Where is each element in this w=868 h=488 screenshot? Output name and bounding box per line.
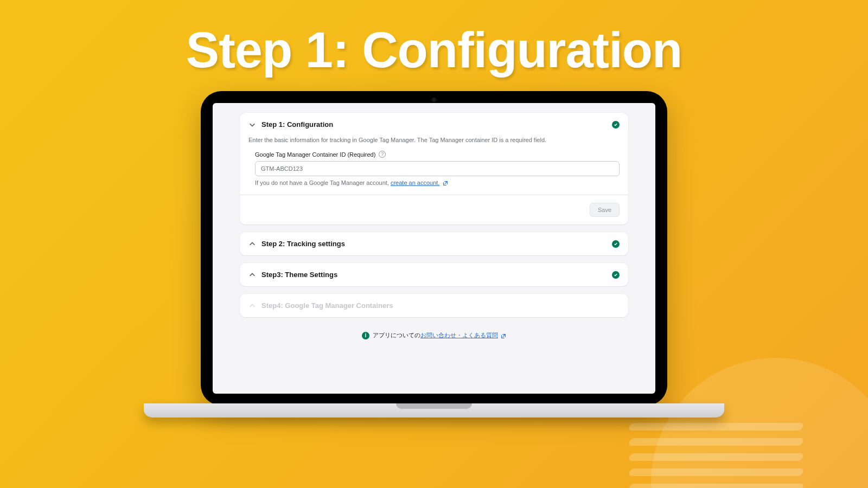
laptop-base [144, 403, 724, 418]
container-id-input[interactable] [255, 161, 620, 176]
step1-description: Enter the basic information for tracking… [240, 136, 628, 151]
chevron-up-icon [248, 240, 256, 248]
step3-header[interactable]: Step3: Theme Settings [240, 263, 628, 286]
check-circle-icon [612, 121, 620, 129]
check-circle-icon [612, 240, 620, 248]
app-viewport: Step 1: Configuration Enter the basic in… [213, 103, 655, 394]
container-id-label: Google Tag Manager Container ID (Require… [255, 151, 375, 158]
footer-faq-link[interactable]: お問い合わせ・よくある質問 [420, 332, 498, 338]
external-link-icon [443, 181, 448, 186]
step1-title: Step 1: Configuration [261, 120, 333, 129]
decorative-stripes [629, 423, 803, 488]
external-link-icon [501, 333, 506, 339]
step2-header[interactable]: Step 2: Tracking settings [240, 232, 628, 255]
step1-header[interactable]: Step 1: Configuration [240, 113, 628, 136]
help-icon[interactable]: ? [379, 151, 386, 158]
promo-stage: Step 1: Configuration Step 1: Configurat… [0, 0, 868, 488]
step1-footer: Save [240, 195, 628, 224]
step4-card: Step4: Google Tag Manager Containers [240, 294, 628, 317]
hero-title: Step 1: Configuration [0, 22, 868, 79]
footer-help: i アプリについてのお問い合わせ・よくある質問 [240, 331, 628, 339]
laptop-notch [396, 403, 472, 409]
container-id-hint: If you do not have a Google Tag Manager … [255, 179, 620, 186]
create-account-link[interactable]: create an account. [391, 179, 440, 186]
info-icon: i [362, 332, 369, 339]
step4-header: Step4: Google Tag Manager Containers [240, 294, 628, 317]
chevron-down-icon [248, 121, 256, 129]
chevron-up-icon [248, 302, 256, 310]
step1-card: Step 1: Configuration Enter the basic in… [240, 113, 628, 224]
save-button[interactable]: Save [590, 203, 620, 217]
laptop-screen: Step 1: Configuration Enter the basic in… [201, 91, 667, 406]
step4-title: Step4: Google Tag Manager Containers [261, 301, 393, 310]
step3-card: Step3: Theme Settings [240, 263, 628, 286]
chevron-up-icon [248, 271, 256, 279]
step2-card: Step 2: Tracking settings [240, 232, 628, 255]
hint-text: If you do not have a Google Tag Manager … [255, 179, 391, 186]
step2-title: Step 2: Tracking settings [261, 240, 345, 248]
check-circle-icon [612, 271, 620, 279]
step3-title: Step3: Theme Settings [261, 271, 337, 279]
footer-prefix: アプリについての [373, 332, 420, 338]
laptop-mockup: Step 1: Configuration Enter the basic in… [201, 91, 667, 418]
